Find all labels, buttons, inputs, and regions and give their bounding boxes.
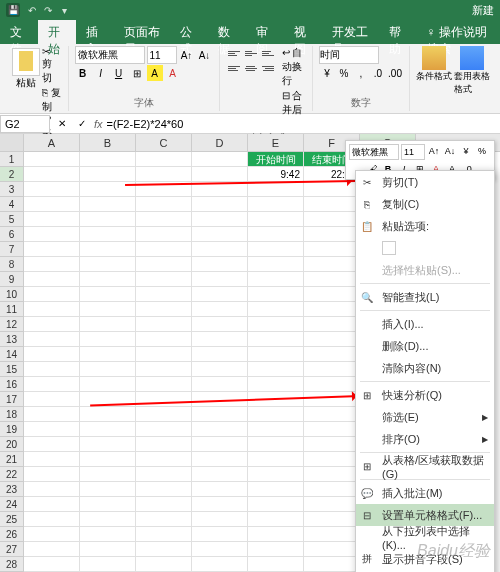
row-header-26[interactable]: 26 — [0, 527, 24, 542]
mini-font-name[interactable] — [349, 144, 399, 160]
cell[interactable] — [136, 347, 192, 362]
select-all-corner[interactable] — [0, 134, 24, 151]
ctx-delete[interactable]: 删除(D)... — [356, 335, 494, 357]
align-middle-button[interactable] — [243, 46, 259, 60]
cell[interactable] — [304, 197, 360, 212]
cell[interactable] — [24, 467, 80, 482]
cell[interactable] — [80, 482, 136, 497]
menu-file[interactable]: 文件 — [0, 20, 38, 44]
cell[interactable] — [136, 422, 192, 437]
cell[interactable] — [248, 272, 304, 287]
cell[interactable] — [248, 467, 304, 482]
row-header-19[interactable]: 19 — [0, 422, 24, 437]
cell[interactable] — [304, 392, 360, 407]
cell-e2[interactable]: 9:42 — [248, 167, 304, 182]
cell[interactable] — [80, 152, 136, 167]
cell[interactable] — [80, 302, 136, 317]
cell[interactable] — [304, 527, 360, 542]
cell[interactable] — [248, 422, 304, 437]
cell[interactable] — [24, 527, 80, 542]
menu-tell[interactable]: ♀ 操作说明搜索 — [417, 20, 500, 44]
cell[interactable] — [24, 512, 80, 527]
ctx-quick-analysis[interactable]: ⊞快速分析(Q) — [356, 384, 494, 406]
decrease-decimal-button[interactable]: .00 — [387, 65, 403, 81]
cell[interactable] — [136, 317, 192, 332]
align-bottom-button[interactable] — [260, 46, 276, 60]
cell[interactable] — [304, 302, 360, 317]
cell[interactable] — [192, 512, 248, 527]
cell[interactable] — [136, 377, 192, 392]
cell-e1[interactable]: 开始时间 — [248, 152, 304, 167]
align-right-button[interactable] — [260, 61, 276, 75]
cell[interactable] — [304, 407, 360, 422]
menu-review[interactable]: 审阅 — [246, 20, 284, 44]
font-name-select[interactable] — [75, 46, 145, 64]
decrease-font-icon[interactable]: A↓ — [197, 47, 213, 63]
cell[interactable] — [192, 392, 248, 407]
cell[interactable] — [24, 212, 80, 227]
cell[interactable] — [248, 542, 304, 557]
cell[interactable] — [248, 197, 304, 212]
cell[interactable] — [248, 527, 304, 542]
cell[interactable] — [24, 347, 80, 362]
cell[interactable] — [248, 557, 304, 572]
cell[interactable] — [136, 467, 192, 482]
cell[interactable] — [24, 152, 80, 167]
row-header-10[interactable]: 10 — [0, 287, 24, 302]
menu-layout[interactable]: 页面布局 — [114, 20, 170, 44]
cell[interactable] — [248, 302, 304, 317]
cell[interactable] — [192, 227, 248, 242]
cell[interactable] — [304, 287, 360, 302]
cell[interactable] — [192, 197, 248, 212]
cell[interactable] — [80, 347, 136, 362]
undo-icon[interactable]: ↶ — [24, 5, 40, 16]
bold-button[interactable]: B — [75, 65, 91, 81]
cell[interactable] — [248, 242, 304, 257]
cell[interactable] — [304, 227, 360, 242]
cell[interactable] — [248, 497, 304, 512]
row-header-16[interactable]: 16 — [0, 377, 24, 392]
cell[interactable] — [304, 212, 360, 227]
increase-font-icon[interactable]: A↑ — [179, 47, 195, 63]
cell[interactable] — [248, 362, 304, 377]
mini-percent-icon[interactable]: % — [475, 144, 489, 158]
cell[interactable] — [80, 527, 136, 542]
row-header-3[interactable]: 3 — [0, 182, 24, 197]
cell[interactable] — [304, 497, 360, 512]
fx-icon[interactable]: fx — [94, 118, 103, 130]
ctx-smart-lookup[interactable]: 🔍智能查找(L) — [356, 286, 494, 308]
cell[interactable] — [80, 242, 136, 257]
col-header-e[interactable]: E — [248, 134, 304, 151]
row-header-27[interactable]: 27 — [0, 542, 24, 557]
ctx-filter[interactable]: 筛选(E)▶ — [356, 406, 494, 428]
row-header-2[interactable]: 2 — [0, 167, 24, 182]
cell[interactable] — [304, 362, 360, 377]
ctx-get-data[interactable]: ⊞从表格/区域获取数据(G) — [356, 455, 494, 477]
row-header-23[interactable]: 23 — [0, 482, 24, 497]
cell[interactable] — [192, 257, 248, 272]
ctx-sort[interactable]: 排序(O)▶ — [356, 428, 494, 450]
cell[interactable] — [80, 197, 136, 212]
menu-dev[interactable]: 开发工具 — [322, 20, 378, 44]
col-header-a[interactable]: A — [24, 134, 80, 151]
cell[interactable] — [248, 287, 304, 302]
cell[interactable] — [136, 497, 192, 512]
cell[interactable] — [80, 227, 136, 242]
ctx-copy[interactable]: ⎘复制(C) — [356, 193, 494, 215]
cell[interactable] — [192, 377, 248, 392]
cell[interactable] — [248, 257, 304, 272]
align-top-button[interactable] — [226, 46, 242, 60]
ctx-paste-btn[interactable] — [356, 237, 494, 259]
cell[interactable] — [248, 347, 304, 362]
cell[interactable] — [192, 362, 248, 377]
cell[interactable] — [80, 497, 136, 512]
cell[interactable] — [304, 542, 360, 557]
cell[interactable] — [304, 437, 360, 452]
cell[interactable] — [24, 437, 80, 452]
menu-view[interactable]: 视图 — [284, 20, 322, 44]
cell[interactable] — [24, 287, 80, 302]
redo-icon[interactable]: ↷ — [40, 5, 56, 16]
row-header-11[interactable]: 11 — [0, 302, 24, 317]
cell[interactable] — [80, 212, 136, 227]
save-icon[interactable]: 💾 — [6, 3, 20, 17]
